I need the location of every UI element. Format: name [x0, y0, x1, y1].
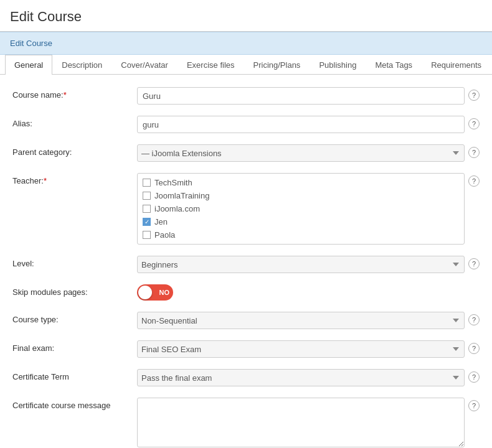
alias-row: Alias: ?	[12, 116, 480, 133]
teacher-label: Teacher:*	[12, 173, 137, 185]
alias-help-icon[interactable]: ?	[468, 118, 480, 129]
course-name-input[interactable]	[137, 87, 465, 105]
parent-category-help-icon[interactable]: ?	[468, 147, 480, 158]
teacher-ijoomla-label: iJoomla.com	[154, 204, 200, 213]
skip-modules-toggle[interactable]: NO	[137, 284, 173, 301]
level-row: Level: Beginners ?	[12, 256, 480, 273]
course-name-label: Course name:*	[12, 87, 137, 100]
tab-requirements[interactable]: Requirements	[422, 55, 491, 75]
toggle-wrap: NO	[137, 284, 173, 301]
list-item: JoomlaTraining	[141, 189, 460, 202]
tab-publishing[interactable]: Publishing	[310, 55, 366, 75]
alias-wrap: ?	[137, 116, 480, 133]
teacher-row: Teacher:* TechSmith JoomlaTraining iJoom…	[12, 173, 480, 245]
parent-category-label: Parent category:	[12, 144, 137, 157]
certificate-message-row: Certificate course message ?	[12, 398, 480, 447]
skip-modules-wrap: NO	[137, 284, 480, 301]
toggle-knob	[138, 286, 152, 299]
final-exam-row: Final exam: Final SEO Exam ?	[12, 340, 480, 358]
certificate-message-help-icon[interactable]: ?	[468, 400, 480, 411]
parent-category-wrap: — iJoomla Extensions ?	[137, 144, 480, 162]
teacher-paola-label: Paola	[154, 230, 175, 240]
teacher-list: TechSmith JoomlaTraining iJoomla.com Jen…	[137, 173, 465, 245]
level-select[interactable]: Beginners	[137, 256, 465, 273]
teacher-jen-label: Jen	[154, 217, 168, 226]
certificate-term-help-icon[interactable]: ?	[468, 371, 480, 383]
course-name-help-icon[interactable]: ?	[468, 90, 480, 101]
certificate-message-label: Certificate course message	[12, 398, 137, 410]
skip-modules-row: Skip modules pages: NO	[12, 284, 480, 301]
certificate-term-row: Certificate Term Pass the final exam ?	[12, 369, 480, 386]
level-wrap: Beginners ?	[137, 256, 480, 273]
skip-modules-label: Skip modules pages:	[12, 284, 137, 297]
teacher-jen-checkbox[interactable]	[143, 218, 151, 226]
tab-general[interactable]: General	[5, 55, 52, 75]
certificate-message-wrap: ?	[137, 398, 480, 447]
teacher-wrap: TechSmith JoomlaTraining iJoomla.com Jen…	[137, 173, 480, 245]
level-help-icon[interactable]: ?	[468, 258, 480, 269]
course-type-select[interactable]: Non-Sequential	[137, 312, 465, 329]
level-label: Level:	[12, 256, 137, 268]
list-item: Jen	[141, 215, 460, 228]
tabs-bar: General Description Cover/Avatar Exercis…	[0, 55, 492, 75]
tab-description[interactable]: Description	[52, 55, 111, 75]
alias-input[interactable]	[137, 116, 465, 133]
final-exam-help-icon[interactable]: ?	[468, 343, 480, 354]
toggle-label: NO	[159, 289, 170, 296]
final-exam-label: Final exam:	[12, 340, 137, 353]
parent-category-select[interactable]: — iJoomla Extensions	[137, 144, 465, 162]
tab-cover[interactable]: Cover/Avatar	[111, 55, 177, 75]
teacher-ijoomla-checkbox[interactable]	[143, 205, 151, 213]
course-name-wrap: ?	[137, 87, 480, 105]
certificate-term-wrap: Pass the final exam ?	[137, 369, 480, 386]
list-item: iJoomla.com	[141, 202, 460, 215]
final-exam-wrap: Final SEO Exam ?	[137, 340, 480, 358]
course-type-row: Course type: Non-Sequential ?	[12, 312, 480, 329]
tab-exercise[interactable]: Exercise files	[177, 55, 244, 75]
teacher-techsmith-checkbox[interactable]	[143, 179, 151, 187]
list-item: Paola	[141, 228, 460, 241]
certificate-message-textarea[interactable]	[137, 398, 465, 447]
final-exam-select[interactable]: Final SEO Exam	[137, 340, 465, 358]
teacher-techsmith-label: TechSmith	[154, 178, 192, 187]
teacher-joomlatraining-label: JoomlaTraining	[154, 191, 209, 200]
teacher-help-icon[interactable]: ?	[468, 175, 480, 187]
parent-category-row: Parent category: — iJoomla Extensions ?	[12, 144, 480, 162]
course-type-help-icon[interactable]: ?	[468, 314, 480, 325]
certificate-term-select[interactable]: Pass the final exam	[137, 369, 465, 386]
page-title: Edit Course	[0, 0, 492, 31]
certificate-term-label: Certificate Term	[12, 369, 137, 381]
alias-label: Alias:	[12, 116, 137, 128]
teacher-joomlatraining-checkbox[interactable]	[143, 192, 151, 200]
course-type-wrap: Non-Sequential ?	[137, 312, 480, 329]
edit-course-header: Edit Course	[0, 32, 492, 55]
form-area: Course name:* ? Alias: ? Parent category…	[0, 75, 492, 448]
course-name-row: Course name:* ?	[12, 87, 480, 105]
list-item: TechSmith	[141, 176, 460, 189]
tab-metatags[interactable]: Meta Tags	[366, 55, 422, 75]
teacher-paola-checkbox[interactable]	[143, 231, 151, 239]
course-type-label: Course type:	[12, 312, 137, 324]
tab-pricing[interactable]: Pricing/Plans	[244, 55, 310, 75]
